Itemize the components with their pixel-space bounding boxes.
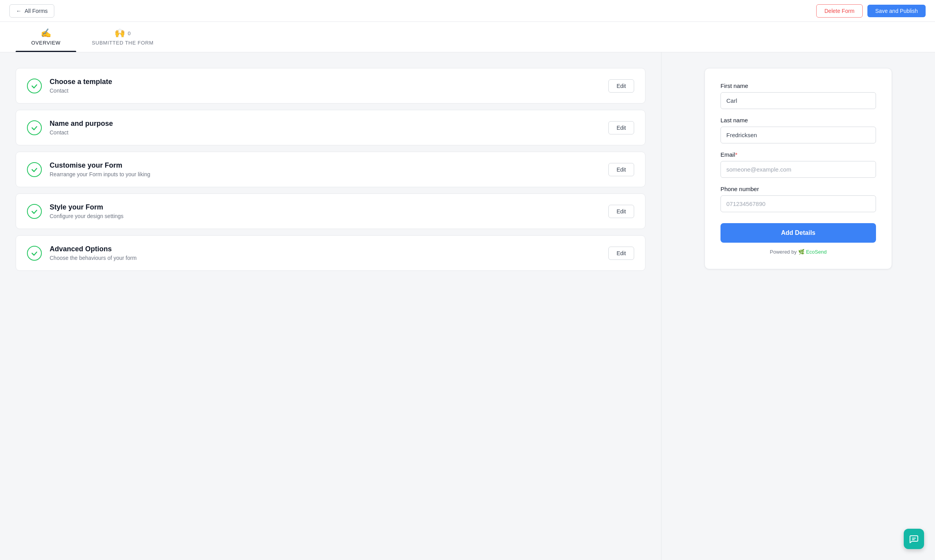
step-advanced-subtitle: Choose the behaviours of your form bbox=[50, 255, 601, 261]
last-name-label: Last name bbox=[720, 117, 876, 123]
header: ← All Forms Delete Form Save and Publish bbox=[0, 0, 935, 22]
delete-form-button[interactable]: Delete Form bbox=[816, 4, 863, 18]
tab-submitted-label: SUBMITTED THE FORM bbox=[92, 40, 154, 46]
email-input[interactable] bbox=[720, 161, 876, 178]
chat-icon bbox=[909, 534, 919, 544]
submitted-badge: 🙌 0 bbox=[114, 28, 131, 38]
phone-label: Phone number bbox=[720, 186, 876, 192]
phone-group: Phone number bbox=[720, 186, 876, 212]
step-style-edit[interactable]: Edit bbox=[608, 205, 634, 218]
ecosend-link[interactable]: EcoSend bbox=[806, 249, 827, 255]
last-name-group: Last name bbox=[720, 117, 876, 143]
step-name-info: Name and purpose Contact bbox=[50, 120, 601, 136]
header-actions: Delete Form Save and Publish bbox=[816, 4, 926, 18]
step-style-subtitle: Configure your design settings bbox=[50, 213, 601, 219]
submitted-count: 0 bbox=[128, 30, 131, 36]
step-style-info: Style your Form Configure your design se… bbox=[50, 203, 601, 219]
step-name-check bbox=[27, 120, 42, 135]
form-preview: First name Last name Email* Phone number… bbox=[704, 68, 892, 269]
tab-submitted[interactable]: 🙌 0 SUBMITTED THE FORM bbox=[76, 22, 169, 52]
required-star: * bbox=[735, 151, 738, 158]
step-name-purpose: Name and purpose Contact Edit bbox=[16, 110, 645, 145]
step-template-info: Choose a template Contact bbox=[50, 78, 601, 94]
step-advanced: Advanced Options Choose the behaviours o… bbox=[16, 235, 645, 271]
step-template: Choose a template Contact Edit bbox=[16, 68, 645, 104]
main-content: Choose a template Contact Edit Name and … bbox=[0, 52, 935, 560]
first-name-input[interactable] bbox=[720, 92, 876, 109]
step-customise-info: Customise your Form Rearrange your Form … bbox=[50, 161, 601, 177]
back-button[interactable]: ← All Forms bbox=[9, 4, 54, 18]
step-style: Style your Form Configure your design se… bbox=[16, 193, 645, 229]
email-label: Email* bbox=[720, 151, 876, 158]
tab-overview-label: OVERVIEW bbox=[31, 40, 61, 46]
step-template-subtitle: Contact bbox=[50, 88, 601, 94]
chat-widget-button[interactable] bbox=[904, 529, 924, 549]
step-customise-title: Customise your Form bbox=[50, 161, 601, 170]
step-template-title: Choose a template bbox=[50, 78, 601, 86]
add-details-button[interactable]: Add Details bbox=[720, 223, 876, 243]
step-template-check bbox=[27, 79, 42, 93]
step-advanced-check bbox=[27, 246, 42, 261]
submitted-icon: 🙌 bbox=[114, 28, 125, 38]
powered-by: Powered by 🌿 EcoSend bbox=[720, 249, 876, 255]
back-label: All Forms bbox=[25, 8, 48, 14]
tabs-nav: ✍️ OVERVIEW 🙌 0 SUBMITTED THE FORM bbox=[0, 22, 935, 52]
first-name-label: First name bbox=[720, 82, 876, 89]
steps-panel: Choose a template Contact Edit Name and … bbox=[0, 52, 661, 560]
checkmark-icon bbox=[30, 208, 38, 215]
step-name-edit[interactable]: Edit bbox=[608, 121, 634, 134]
save-publish-button[interactable]: Save and Publish bbox=[867, 5, 926, 17]
powered-by-text: Powered by bbox=[770, 249, 797, 255]
step-customise: Customise your Form Rearrange your Form … bbox=[16, 152, 645, 187]
step-template-edit[interactable]: Edit bbox=[608, 79, 634, 93]
checkmark-icon bbox=[30, 166, 38, 174]
step-customise-subtitle: Rearrange your Form inputs to your likin… bbox=[50, 171, 601, 177]
ecosend-leaf-icon: 🌿 bbox=[798, 249, 804, 255]
step-advanced-info: Advanced Options Choose the behaviours o… bbox=[50, 245, 601, 261]
step-name-title: Name and purpose bbox=[50, 120, 601, 128]
checkmark-icon bbox=[30, 249, 38, 257]
checkmark-icon bbox=[30, 124, 38, 132]
step-advanced-edit[interactable]: Edit bbox=[608, 247, 634, 260]
arrow-left-icon: ← bbox=[16, 8, 21, 14]
step-advanced-title: Advanced Options bbox=[50, 245, 601, 253]
step-customise-check bbox=[27, 162, 42, 177]
first-name-group: First name bbox=[720, 82, 876, 109]
tab-overview[interactable]: ✍️ OVERVIEW bbox=[16, 22, 76, 52]
last-name-input[interactable] bbox=[720, 127, 876, 143]
step-customise-edit[interactable]: Edit bbox=[608, 163, 634, 176]
overview-icon: ✍️ bbox=[41, 28, 52, 38]
step-style-title: Style your Form bbox=[50, 203, 601, 211]
step-name-subtitle: Contact bbox=[50, 129, 601, 136]
step-style-check bbox=[27, 204, 42, 219]
email-group: Email* bbox=[720, 151, 876, 178]
phone-input[interactable] bbox=[720, 195, 876, 212]
form-preview-panel: First name Last name Email* Phone number… bbox=[661, 52, 935, 560]
checkmark-icon bbox=[30, 82, 38, 90]
